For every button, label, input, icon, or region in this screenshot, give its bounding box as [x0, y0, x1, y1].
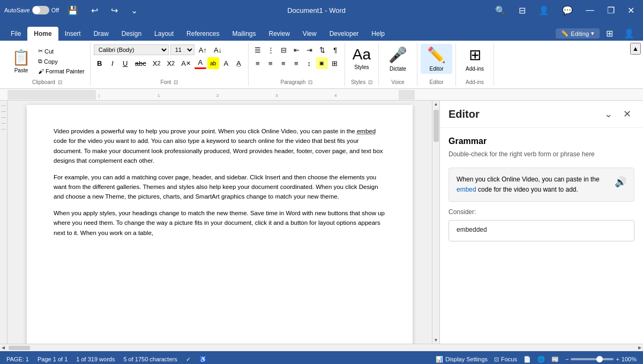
increase-font-button[interactable]: A↑	[196, 44, 210, 56]
clear-format-button[interactable]: A✕	[178, 57, 193, 69]
ribbon-collapse-button[interactable]: ▲	[630, 43, 641, 55]
align-left-button[interactable]: ≡	[252, 57, 264, 69]
ribbon-icon[interactable]: ⊟	[514, 3, 530, 18]
svg-text:1: 1	[158, 93, 160, 98]
sort-button[interactable]: ⇅	[317, 44, 328, 56]
close-button[interactable]: ✕	[623, 3, 639, 18]
share-button[interactable]: 👤	[534, 3, 554, 18]
zoom-level: 100%	[622, 356, 637, 362]
zoom-slider[interactable]	[571, 358, 614, 360]
tab-draw[interactable]: Draw	[87, 27, 115, 41]
tab-home[interactable]: Home	[27, 27, 58, 41]
quote-embed-link[interactable]: embed	[457, 186, 476, 193]
comments-button[interactable]: 💬	[558, 3, 577, 18]
dictate-button[interactable]: 🎤 Dictate	[382, 44, 414, 74]
borders-button[interactable]: ⊞	[329, 57, 341, 69]
paste-button[interactable]: 📋 Paste	[8, 47, 35, 75]
line-spacing-button[interactable]: ↕	[303, 57, 315, 69]
font-color2-button[interactable]: A	[220, 57, 232, 69]
justify-button[interactable]: ≡	[290, 57, 302, 69]
bullets-button[interactable]: ☰	[252, 44, 264, 56]
editing-button[interactable]: ✏️ Editing ▾	[556, 28, 600, 39]
addins-button[interactable]: ⊞ Add-ins	[459, 44, 490, 74]
tab-insert[interactable]: Insert	[58, 27, 87, 41]
styles-expand-icon[interactable]: ⊡	[368, 79, 372, 85]
tab-developer[interactable]: Developer	[323, 27, 365, 41]
tab-review[interactable]: Review	[263, 27, 296, 41]
undo-button[interactable]: ↩	[87, 3, 102, 18]
view-print[interactable]: 📰	[551, 356, 559, 363]
italic-button[interactable]: I	[107, 57, 118, 69]
zoom-plus-button[interactable]: +	[616, 356, 619, 362]
zoom-thumb[interactable]	[596, 356, 603, 362]
search-icon[interactable]: 🔍	[491, 3, 510, 18]
zoom-minus-button[interactable]: −	[565, 356, 569, 362]
h-scroll-right-arrow[interactable]: ▶	[637, 345, 643, 350]
display-settings[interactable]: 📊 Display Settings	[436, 356, 488, 363]
h-scroll-track[interactable]	[6, 345, 637, 351]
tab-mailings[interactable]: Mailings	[226, 27, 262, 41]
decrease-indent-button[interactable]: ⇤	[291, 44, 303, 56]
decrease-font-button[interactable]: A↓	[211, 44, 225, 56]
numbered-list-button[interactable]: ⋮	[265, 44, 277, 56]
cut-icon: ✂	[38, 48, 43, 55]
format-painter-button[interactable]: 🖌 Format Painter	[36, 67, 87, 75]
editor-button[interactable]: ✏️ Editor	[421, 44, 452, 74]
save-button[interactable]: 💾	[63, 3, 83, 18]
document-scroll[interactable]: Video provides a powerful way to help yo…	[8, 101, 432, 344]
clipboard-expand-icon[interactable]: ⊡	[58, 79, 62, 85]
copy-button[interactable]: ⧉ Copy	[36, 57, 87, 66]
highlight-button[interactable]: ab	[207, 57, 219, 69]
font-color-button[interactable]: A	[195, 57, 206, 69]
para-expand-icon[interactable]: ⊡	[308, 79, 312, 85]
scroll-up-arrow[interactable]: ▲	[432, 101, 439, 108]
view-normal[interactable]: 📄	[524, 356, 531, 363]
scroll-thumb[interactable]	[433, 110, 439, 142]
document-page[interactable]: Video provides a powerful way to help yo…	[27, 105, 413, 344]
cut-button[interactable]: ✂ Cut	[36, 47, 87, 56]
tab-layout[interactable]: Layout	[148, 27, 180, 41]
proofing-icon[interactable]: ✓	[186, 356, 191, 363]
share-ribbon-button[interactable]: ⊞	[602, 26, 617, 41]
h-scroll-thumb[interactable]	[9, 346, 30, 350]
h-scroll-left-arrow[interactable]: ◀	[0, 345, 6, 350]
view-web[interactable]: 🌐	[537, 356, 545, 363]
tab-references[interactable]: References	[180, 27, 226, 41]
paragraph-group-label: Paragraph ⊡	[281, 78, 312, 85]
autosave-toggle[interactable]	[32, 6, 49, 14]
shading-button[interactable]: ▣	[316, 57, 328, 69]
bold-button[interactable]: B	[94, 57, 106, 69]
accessibility-icon[interactable]: ♿	[199, 356, 207, 363]
font-family-select[interactable]: Calibri (Body)	[94, 44, 169, 55]
align-right-button[interactable]: ≡	[278, 57, 289, 69]
text-effects-button[interactable]: A̤	[233, 57, 245, 69]
panel-minimize-button[interactable]: ⌄	[601, 107, 616, 121]
font-expand-icon[interactable]: ⊡	[174, 79, 178, 85]
styles-button[interactable]: Aa Styles	[348, 44, 375, 72]
align-center-button[interactable]: ≡	[265, 57, 276, 69]
scroll-track[interactable]	[432, 108, 439, 337]
tab-view[interactable]: View	[296, 27, 323, 41]
increase-indent-button[interactable]: ⇥	[304, 44, 316, 56]
strikethrough-button[interactable]: abc	[132, 57, 149, 69]
customize-button[interactable]: ⌄	[126, 3, 142, 18]
autosave-state: Off	[51, 7, 59, 13]
superscript-button[interactable]: X2	[164, 57, 177, 69]
underline-button[interactable]: U	[119, 57, 131, 69]
focus-mode[interactable]: ⊡ Focus	[494, 356, 517, 363]
multilevel-list-button[interactable]: ⊟	[278, 44, 290, 56]
subscript-button[interactable]: X2	[150, 57, 163, 69]
restore-button[interactable]: ❐	[603, 3, 619, 18]
scroll-down-arrow[interactable]: ▼	[432, 337, 439, 344]
tab-file[interactable]: File	[4, 27, 27, 41]
show-marks-button[interactable]: ¶	[330, 44, 341, 56]
redo-button[interactable]: ↪	[107, 3, 122, 18]
tab-help[interactable]: Help	[365, 27, 391, 41]
panel-close-button[interactable]: ✕	[620, 107, 634, 121]
suggestion-box[interactable]: embedded	[448, 220, 634, 241]
speaker-icon[interactable]: 🔊	[615, 175, 626, 190]
minimize-button[interactable]: —	[581, 3, 599, 17]
more-button[interactable]: 👤	[619, 26, 639, 41]
font-size-select[interactable]: 11	[170, 44, 195, 55]
tab-design[interactable]: Design	[115, 27, 148, 41]
